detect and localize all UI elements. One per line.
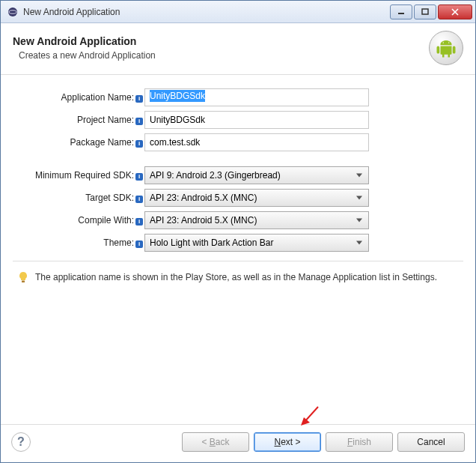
info-icon: i [135,218,143,226]
info-icon: i [135,118,143,125]
chevron-down-icon [356,196,362,200]
svg-rect-6 [22,281,25,283]
next-button[interactable]: Next > [254,432,321,452]
wizard-subtitle: Creates a new Android Application [13,50,429,61]
min-sdk-label: Minimum Required SDK:i [13,170,144,181]
cancel-button[interactable]: Cancel [397,432,465,452]
hint-text: The application name is shown in the Pla… [35,270,437,284]
android-icon [429,31,463,65]
minimize-button[interactable] [390,4,412,19]
divider [13,261,463,261]
window-controls [390,4,472,19]
maximize-button[interactable] [414,4,436,19]
app-name-input[interactable]: UnityBDGSdk [144,88,369,106]
package-name-input[interactable] [144,133,369,151]
titlebar: New Android Application [1,1,475,23]
project-name-label: Project Name:i [13,115,144,125]
info-icon: i [135,95,143,103]
app-name-label: Application Name:i [13,92,144,103]
hint-row: The application name is shown in the Pla… [13,269,463,285]
info-icon: i [135,196,143,203]
chevron-down-icon [356,241,362,245]
back-button[interactable]: < Back [182,432,249,452]
wizard-title: New Android Application [13,35,429,47]
target-sdk-select[interactable]: API 23: Android 5.X (MNC) [144,189,369,207]
finish-button[interactable]: Finish [326,432,393,452]
close-button[interactable] [438,4,472,19]
form-area: Application Name:i UnityBDGSdk Project N… [1,75,475,424]
info-icon: i [135,173,143,181]
help-button[interactable]: ? [11,432,31,452]
package-name-label: Package Name:i [13,137,144,148]
svg-point-0 [8,7,17,16]
svg-rect-3 [422,9,428,14]
target-sdk-label: Target SDK:i [13,193,144,203]
dialog-window: New Android Application New Android Appl… [0,0,476,463]
wizard-header: New Android Application Creates a new An… [1,23,475,75]
info-icon: i [135,240,143,248]
chevron-down-icon [356,174,362,178]
min-sdk-select[interactable]: API 9: Android 2.3 (Gingerbread) [144,166,369,184]
chevron-down-icon [356,219,362,223]
lightbulb-icon [17,271,29,283]
info-icon: i [135,140,143,148]
eclipse-icon [7,6,19,18]
theme-select[interactable]: Holo Light with Dark Action Bar [144,234,369,252]
button-bar: ? < Back Next > Finish Cancel [1,424,475,462]
project-name-input[interactable] [144,111,369,129]
compile-with-select[interactable]: API 23: Android 5.X (MNC) [144,211,369,229]
theme-label: Theme:i [13,237,144,248]
window-title: New Android Application [23,7,390,17]
compile-with-label: Compile With:i [13,215,144,226]
